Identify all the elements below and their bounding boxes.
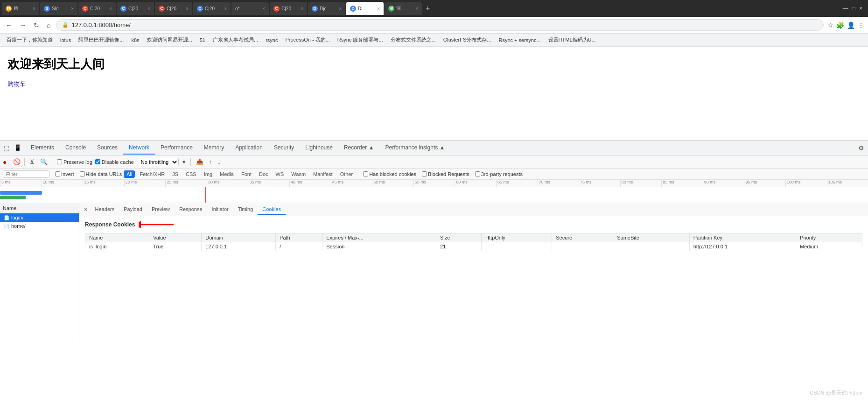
detail-tab-payload[interactable]: Payload <box>119 205 147 215</box>
url-box[interactable]: 🔒 127.0.0.1:8000/home/ <box>56 19 824 31</box>
bookmark-alibaba[interactable]: 阿里巴巴开源镜像... <box>76 35 126 44</box>
extensions-icon[interactable]: 🧩 <box>836 21 844 29</box>
throttle-settings-icon[interactable]: ▼ <box>182 159 187 165</box>
import-har-icon[interactable]: 📤 <box>195 158 205 166</box>
tab-dj[interactable]: D Djc × <box>308 2 345 15</box>
preserve-log-checkbox[interactable]: Preserve log <box>57 159 92 165</box>
invert-input[interactable] <box>55 171 60 176</box>
bookmark-rsync-sersync[interactable]: Rsync + sersync... <box>496 36 543 44</box>
forward-button[interactable]: → <box>18 21 28 30</box>
tab-c4[interactable]: C C|20 × <box>193 2 231 15</box>
bookmark-netease[interactable]: 欢迎访问网易开源... <box>144 35 195 44</box>
filter-img[interactable]: Img <box>201 170 215 178</box>
disable-cache-input[interactable] <box>95 159 100 164</box>
tab-c5-close[interactable]: × <box>301 6 303 11</box>
tab-elements[interactable]: Elements <box>25 141 60 155</box>
tab-o[interactable]: o* × <box>231 2 269 15</box>
tab-o-close[interactable]: × <box>262 6 265 11</box>
filter-fetch-xhr[interactable]: Fetch/XHR <box>137 170 168 178</box>
device-toolbar-icon[interactable]: 📱 <box>12 143 23 152</box>
tab-network[interactable]: Network <box>123 141 155 155</box>
bookmark-51[interactable]: 51 <box>197 36 208 44</box>
bookmark-html[interactable]: 设置HTML编码为U... <box>546 35 599 44</box>
tab-console[interactable]: Console <box>60 141 91 155</box>
detail-tab-cookies[interactable]: Cookies <box>258 205 286 215</box>
invert-checkbox[interactable]: Invert <box>55 171 74 177</box>
tab-performance-insights[interactable]: Performance insights ▲ <box>380 141 451 155</box>
hide-data-urls-input[interactable] <box>80 171 85 176</box>
element-picker-icon[interactable]: ⬚ <box>2 143 11 152</box>
tab-c2-close[interactable]: × <box>147 6 150 11</box>
tab-c4-close[interactable]: × <box>224 6 227 11</box>
profile-icon[interactable]: 👤 <box>847 21 855 29</box>
tab-shen-close[interactable]: × <box>415 6 418 11</box>
has-blocked-cookies-input[interactable] <box>363 171 368 176</box>
filter-all[interactable]: All <box>124 170 135 178</box>
filter-wasm[interactable]: Wasm <box>288 170 308 178</box>
disable-cache-checkbox[interactable]: Disable cache <box>95 159 134 165</box>
reload-button[interactable]: ↻ <box>32 21 41 30</box>
bookmark-gdperson[interactable]: 广东省人事考试局... <box>210 35 261 44</box>
bookmark-k8s[interactable]: k8s <box>128 36 142 44</box>
detail-tab-headers[interactable]: Headers <box>91 205 119 215</box>
filter-js[interactable]: JS <box>169 170 181 178</box>
record-button[interactable]: ● <box>3 158 10 166</box>
filter-media[interactable]: Media <box>217 170 237 178</box>
bookmark-processon[interactable]: ProcessOn - 我的... <box>282 35 332 44</box>
export-har-icon[interactable]: ↑ <box>208 158 214 166</box>
tab-recorder[interactable]: Recorder ▲ <box>338 141 380 155</box>
cookie-row-is-login[interactable]: is_login True 127.0.0.1 / Session 21 htt… <box>85 242 862 251</box>
back-button[interactable]: ← <box>4 21 14 30</box>
minimize-btn[interactable]: — <box>843 5 848 12</box>
shopping-cart-link[interactable]: 购物车 <box>7 80 26 87</box>
filter-manifest[interactable]: Manifest <box>310 170 336 178</box>
clear-browser-cache-icon[interactable]: ↓ <box>216 158 222 166</box>
bookmark-baidu[interactable]: 百度一下，你就知道 <box>4 35 56 44</box>
bookmark-rsync[interactable]: rsync <box>263 36 280 44</box>
browser-menu-icon[interactable]: ⋮ <box>858 21 864 29</box>
bookmark-star-icon[interactable]: ☆ <box>827 21 833 29</box>
filter-doc[interactable]: Doc <box>256 170 271 178</box>
tab-item[interactable]: 购 购 × <box>2 2 39 15</box>
tab-lighthouse[interactable]: Lighthouse <box>300 141 338 155</box>
tab-c3-close[interactable]: × <box>186 6 189 11</box>
devtools-settings-icon[interactable]: ⚙ <box>856 142 866 154</box>
blocked-requests-checkbox[interactable]: Blocked Requests <box>422 171 469 177</box>
detail-tab-initiator[interactable]: Initiator <box>207 205 233 215</box>
filter-css[interactable]: CSS <box>183 170 199 178</box>
detail-tab-timing[interactable]: Timing <box>233 205 258 215</box>
tab-performance[interactable]: Performance <box>155 141 198 155</box>
tab-memory[interactable]: Memory <box>198 141 230 155</box>
tab-c1[interactable]: C C|20 × <box>78 2 116 15</box>
new-tab-button[interactable]: + <box>423 4 433 13</box>
third-party-input[interactable] <box>475 171 480 176</box>
third-party-checkbox[interactable]: 3rd-party requests <box>475 171 523 177</box>
filter-icon[interactable]: ⊻ <box>28 158 36 166</box>
detail-tab-response[interactable]: Response <box>175 205 207 215</box>
tab-active-close[interactable]: × <box>377 6 380 11</box>
hide-data-urls-checkbox[interactable]: Hide data URLs <box>80 171 122 177</box>
tab-close-icon[interactable]: × <box>33 6 35 11</box>
tab-c2[interactable]: C C|20 × <box>117 2 154 15</box>
filter-other[interactable]: Other <box>337 170 356 178</box>
request-home[interactable]: 📄 home/ <box>0 222 79 230</box>
detail-tab-preview[interactable]: Preview <box>147 205 175 215</box>
tab-c3[interactable]: C C|20 × <box>155 2 192 15</box>
filter-ws[interactable]: WS <box>273 170 287 178</box>
tab-c1-close[interactable]: × <box>109 6 112 11</box>
filter-font[interactable]: Font <box>238 170 254 178</box>
tab-c5[interactable]: C C|20 × <box>270 2 307 15</box>
detail-close-button[interactable]: × <box>81 205 91 214</box>
request-login[interactable]: 📄 login/ <box>0 213 79 222</box>
search-icon[interactable]: 🔍 <box>39 158 49 166</box>
tab-security[interactable]: Security <box>268 141 300 155</box>
tab-shen[interactable]: 深 深 × <box>385 2 422 15</box>
tab-sources[interactable]: Sources <box>91 141 123 155</box>
tab-dj-close[interactable]: × <box>339 6 342 11</box>
tab-application[interactable]: Application <box>230 141 268 155</box>
close-browser-btn[interactable]: × <box>859 5 862 12</box>
tab-slo-close[interactable]: × <box>71 6 74 11</box>
has-blocked-cookies-checkbox[interactable]: Has blocked cookies <box>363 171 416 177</box>
bookmark-rsync-service[interactable]: Rsync 服务部署与... <box>335 35 386 44</box>
tab-slo[interactable]: S Slo × <box>40 2 77 15</box>
